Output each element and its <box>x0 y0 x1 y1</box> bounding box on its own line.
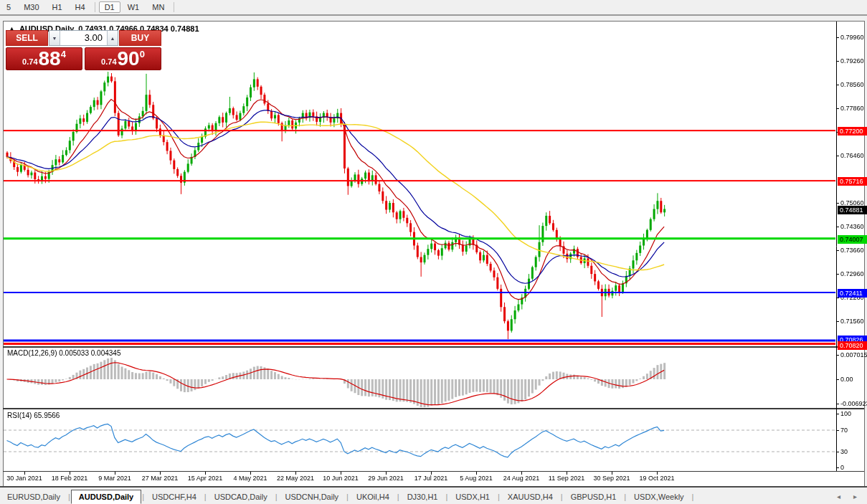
toolbar-separator <box>95 2 95 12</box>
date-axis-label: 5 Aug 2021 <box>460 475 493 482</box>
rsi-axis-label: 0 <box>840 464 844 471</box>
timeframe-button-m30[interactable]: M30 <box>18 1 44 13</box>
current-price-badge: 0.74881 <box>838 206 867 214</box>
timeframe-button-d1[interactable]: D1 <box>99 1 120 13</box>
chart-tab-usdx-weekly[interactable]: USDX,Weekly <box>627 490 691 503</box>
price-axis-label: 0.78560 <box>840 81 864 88</box>
buy-price-prefix: 0.74 <box>101 57 116 66</box>
price-axis-label: 0.77860 <box>840 105 864 112</box>
chart-tab-bar: EURUSD,Daily|AUDUSD,Daily|USDCHF,H4|USDC… <box>0 486 867 504</box>
price-axis-label: 0.79960 <box>840 34 864 41</box>
buy-button[interactable]: BUY <box>119 30 161 46</box>
tab-separator: | <box>68 493 70 501</box>
date-axis-label: 9 Mar 2021 <box>98 475 131 482</box>
chart-tab-usdx-h1[interactable]: USDX,H1 <box>448 490 497 503</box>
buy-price-panel[interactable]: 0.74 90 0 <box>85 47 161 70</box>
tab-separator: | <box>204 493 207 501</box>
chart-tab-eurusd-daily[interactable]: EURUSD,Daily <box>0 490 67 503</box>
rsi-axis-label: 30 <box>840 448 848 455</box>
macd-axis-label: 0.00 <box>840 376 853 383</box>
price-axis-label: 0.71560 <box>840 318 864 325</box>
date-axis-label: 30 Jan 2021 <box>6 475 42 482</box>
level-price-badge: 0.70820 <box>838 341 867 350</box>
timeframe-button-h4[interactable]: H4 <box>70 1 91 13</box>
buy-price-pip: 0 <box>140 49 145 60</box>
tab-separator: | <box>397 493 399 501</box>
tab-scroll-right-icon[interactable]: ▸ <box>853 493 857 500</box>
level-price-badge: 0.72411 <box>838 289 867 298</box>
tab-scroll-left-icon[interactable]: ◂ <box>837 493 840 500</box>
tab-separator: | <box>498 493 500 501</box>
tab-separator: | <box>561 493 563 501</box>
timeframe-toolbar: 5M30H1H4D1W1MN <box>0 0 867 16</box>
date-axis-label: 18 Feb 2021 <box>52 475 88 482</box>
rsi-axis-label: 100 <box>840 410 851 417</box>
tab-separator: | <box>692 493 694 501</box>
price-axis-label: 0.79260 <box>840 57 864 65</box>
chart-tab-audusd-daily[interactable]: AUDUSD,Daily <box>71 490 141 504</box>
volume-increase-button[interactable]: ▲ <box>108 31 118 45</box>
chart-tab-usdchf-h4[interactable]: USDCHF,H4 <box>145 490 204 503</box>
rsi-axis-label: 70 <box>840 427 848 434</box>
timeframe-button-h1[interactable]: H1 <box>47 1 68 13</box>
date-axis-label: 17 Jul 2021 <box>414 475 448 482</box>
price-chart-canvas[interactable] <box>0 0 867 504</box>
volume-decrease-button[interactable]: ▼ <box>49 31 60 45</box>
tab-separator: | <box>445 493 447 501</box>
tab-separator: | <box>142 493 144 501</box>
date-axis-label: 29 Jun 2021 <box>368 475 404 482</box>
chart-tab-xauusd-h4[interactable]: XAUUSD,H4 <box>501 490 560 503</box>
chart-tab-usdcad-daily[interactable]: USDCAD,Daily <box>207 490 275 503</box>
date-axis-label: 4 May 2021 <box>233 475 267 482</box>
volume-input[interactable]: 3.00 <box>60 31 108 45</box>
price-axis-label: 0.73660 <box>840 247 864 254</box>
timeframe-button-mn[interactable]: MN <box>146 1 170 13</box>
one-click-trading-panel: SELL ▼ 3.00 ▲ BUY 0.74 88 4 0.74 90 0 <box>6 30 161 70</box>
date-axis-label: 19 Oct 2021 <box>639 475 674 482</box>
level-price-badge: 0.75716 <box>838 177 867 186</box>
tab-separator: | <box>275 493 278 501</box>
price-axis-label: 0.76460 <box>840 152 864 159</box>
chart-tab-ukoil-h4[interactable]: UKOil,H4 <box>349 490 397 503</box>
macd-axis-label: 0.007015 <box>840 351 867 358</box>
chart-tab-dj30-h1[interactable]: DJ30,H1 <box>400 490 445 503</box>
chart-tab-usdcnh-daily[interactable]: USDCNH,Daily <box>278 490 346 503</box>
toolbar-separator <box>174 2 174 12</box>
sell-price-panel[interactable]: 0.74 88 4 <box>6 47 82 70</box>
tab-separator: | <box>624 493 626 501</box>
sell-price-pip: 4 <box>61 49 66 60</box>
sell-button[interactable]: SELL <box>6 30 48 46</box>
date-axis-label: 30 Sep 2021 <box>593 475 630 482</box>
date-axis-label: 11 Sep 2021 <box>549 475 584 482</box>
date-axis-label: 10 Jun 2021 <box>323 475 359 482</box>
price-axis-label: 0.74360 <box>840 223 864 230</box>
date-axis-label: 22 May 2021 <box>277 475 314 482</box>
date-axis-label: 15 Apr 2021 <box>188 475 223 482</box>
level-price-badge: 0.74007 <box>838 235 867 244</box>
date-axis-label: 27 Mar 2021 <box>142 475 179 482</box>
tab-separator: | <box>346 493 349 501</box>
rsi-indicator-label: RSI(14) 65.9566 <box>7 412 60 419</box>
sell-price-prefix: 0.74 <box>22 57 37 66</box>
price-axis-label: 0.72960 <box>840 270 864 277</box>
timeframe-button-w1[interactable]: W1 <box>122 1 146 13</box>
volume-stepper: ▼ 3.00 ▲ <box>49 30 118 46</box>
sell-price-big: 88 <box>39 49 61 68</box>
buy-price-big: 90 <box>118 49 140 68</box>
level-price-badge: 0.77200 <box>838 127 867 135</box>
macd-axis-label: -0.006923 <box>840 400 867 407</box>
chart-tab-gbpusd-h1[interactable]: GBPUSD,H1 <box>564 490 624 503</box>
timeframe-button-5[interactable]: 5 <box>1 1 16 13</box>
macd-indicator-label: MACD(12,26,9) 0.005033 0.004345 <box>7 349 120 357</box>
date-axis-label: 24 Aug 2021 <box>503 475 540 482</box>
